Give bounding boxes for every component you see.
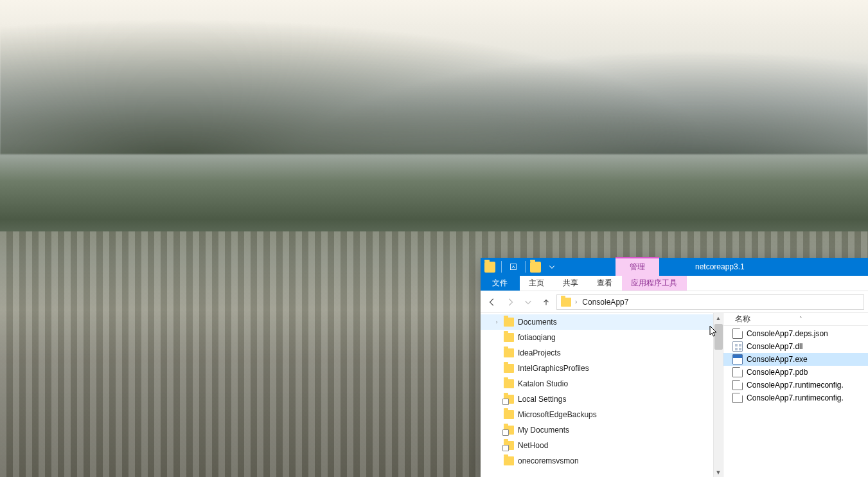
quick-access-toolbar xyxy=(481,260,559,274)
tree-item-label: MicrosoftEdgeBackups xyxy=(518,410,597,419)
dll-file-icon xyxy=(732,341,743,352)
file-name: ConsoleApp7.dll xyxy=(747,342,802,351)
separator xyxy=(501,261,502,273)
folder-icon xyxy=(504,379,514,388)
title-bar[interactable]: 管理 netcoreapp3.1 xyxy=(481,258,868,276)
tree-item-label: fotiaoqiang xyxy=(518,333,556,342)
breadcrumb-text: ConsoleApp7 xyxy=(582,298,628,307)
column-header-name[interactable]: 名称 ˄ xyxy=(723,313,868,326)
exe-file-icon xyxy=(732,354,743,364)
manage-context-tab[interactable]: 管理 xyxy=(616,258,659,276)
tree-item[interactable]: Katalon Studio xyxy=(481,376,723,392)
chevron-right-icon: › xyxy=(574,298,578,305)
tree-item[interactable]: Local Settings xyxy=(481,392,723,407)
recent-locations-dropdown[interactable] xyxy=(520,294,536,310)
folder-shortcut-icon xyxy=(504,395,514,404)
chevron-right-icon[interactable]: › xyxy=(493,319,500,325)
wallpaper-mountains xyxy=(0,13,868,154)
tree-item[interactable]: ›Documents xyxy=(481,314,723,330)
scroll-up-icon[interactable]: ▲ xyxy=(714,313,723,323)
tree-item-label: Local Settings xyxy=(518,395,566,404)
tab-home[interactable]: 主页 xyxy=(520,276,554,291)
sort-indicator-icon: ˄ xyxy=(799,316,802,322)
tree-item[interactable]: My Documents xyxy=(481,422,723,438)
chevron-right-icon: › xyxy=(581,308,585,310)
tab-file[interactable]: 文件 xyxy=(481,276,520,291)
file-row[interactable]: ConsoleApp7.runtimeconfig. xyxy=(723,392,868,404)
tree-item[interactable]: MicrosoftEdgeBackups xyxy=(481,407,723,422)
cfg-file-icon xyxy=(732,393,743,403)
svg-rect-0 xyxy=(511,264,517,270)
json-file-icon xyxy=(732,328,743,339)
scroll-down-icon[interactable]: ▼ xyxy=(714,467,723,477)
tree-item-label: IntelGraphicsProfiles xyxy=(518,364,589,373)
folder-icon xyxy=(504,456,514,465)
file-name: ConsoleApp7.exe xyxy=(747,355,808,364)
tree-scrollbar[interactable]: ▲ ▼ xyxy=(713,313,723,477)
address-folder-icon xyxy=(561,298,571,307)
tree-item-label: NetHood xyxy=(518,441,548,450)
navigation-bar: › whuanle›source›repos›ConsoleApp7›Conso… xyxy=(481,291,868,313)
breadcrumb-segment[interactable]: ConsoleApp7 xyxy=(581,298,630,307)
tree-item[interactable]: onecoremsvsmon xyxy=(481,453,723,469)
scroll-thumb[interactable] xyxy=(714,324,723,350)
file-row[interactable]: ConsoleApp7.deps.json xyxy=(723,327,868,340)
tab-view[interactable]: 查看 xyxy=(588,276,622,291)
manage-label: 管理 xyxy=(630,262,645,273)
ribbon-tabs: 文件 主页 共享 查看 应用程序工具 xyxy=(481,276,868,291)
tab-view-label: 查看 xyxy=(597,278,612,289)
forward-button[interactable] xyxy=(502,294,518,310)
navigation-tree[interactable]: ›DocumentsfotiaoqiangIdeaProjectsIntelGr… xyxy=(481,313,723,477)
file-name: ConsoleApp7.deps.json xyxy=(747,329,828,338)
tab-app-tools-label: 应用程序工具 xyxy=(631,278,677,289)
pdb-file-icon xyxy=(732,367,743,377)
address-bar[interactable]: › whuanle›source›repos›ConsoleApp7›Conso… xyxy=(556,294,864,310)
tab-app-tools[interactable]: 应用程序工具 xyxy=(622,276,687,291)
chevron-right-icon: › xyxy=(581,294,585,297)
folder-icon xyxy=(504,333,514,342)
column-header-name-label: 名称 xyxy=(735,314,750,325)
back-button[interactable] xyxy=(484,294,500,310)
breadcrumb: whuanle›source›repos›ConsoleApp7›Console… xyxy=(581,294,630,310)
tree-item[interactable]: IntelGraphicsProfiles xyxy=(481,361,723,376)
cfg-file-icon xyxy=(732,380,743,390)
folder-icon xyxy=(504,410,514,419)
file-row[interactable]: ConsoleApp7.pdb xyxy=(723,366,868,379)
tab-file-label: 文件 xyxy=(492,278,508,289)
tree-item[interactable]: fotiaoqiang xyxy=(481,330,723,345)
tab-share[interactable]: 共享 xyxy=(554,276,588,291)
file-name: ConsoleApp7.runtimeconfig. xyxy=(747,393,844,402)
file-name: ConsoleApp7.runtimeconfig. xyxy=(747,381,844,390)
file-explorer-window: 管理 netcoreapp3.1 文件 主页 共享 查看 应用程序工具 › wh… xyxy=(481,258,868,477)
file-row[interactable]: ConsoleApp7.runtimeconfig. xyxy=(723,379,868,392)
folder-icon xyxy=(504,318,514,327)
folder-icon xyxy=(484,262,495,273)
folder-shortcut-icon xyxy=(504,441,514,450)
tree-item-label: Documents xyxy=(518,318,557,327)
tree-item[interactable]: NetHood xyxy=(481,438,723,453)
explorer-body: ›DocumentsfotiaoqiangIdeaProjectsIntelGr… xyxy=(481,313,868,477)
tree-item-label: Katalon Studio xyxy=(518,379,568,388)
properties-icon[interactable] xyxy=(506,260,520,274)
up-button[interactable] xyxy=(538,294,554,310)
file-list[interactable]: 名称 ˄ ConsoleApp7.deps.jsonConsoleApp7.dl… xyxy=(723,313,868,477)
folder-icon xyxy=(504,364,514,373)
tab-home-label: 主页 xyxy=(529,278,544,289)
file-name: ConsoleApp7.pdb xyxy=(747,368,808,377)
window-title-text: netcoreapp3.1 xyxy=(695,262,745,271)
file-row[interactable]: ConsoleApp7.exe xyxy=(723,353,868,366)
tree-item-label: onecoremsvsmon xyxy=(518,456,579,465)
folder-icon xyxy=(504,348,514,357)
tree-item-label: My Documents xyxy=(518,426,569,435)
separator xyxy=(525,261,526,273)
tree-item-label: IdeaProjects xyxy=(518,348,561,357)
file-row[interactable]: ConsoleApp7.dll xyxy=(723,340,868,353)
tab-share-label: 共享 xyxy=(563,278,578,289)
tree-item[interactable]: IdeaProjects xyxy=(481,345,723,361)
qat-dropdown-icon[interactable] xyxy=(545,260,559,274)
window-title: netcoreapp3.1 xyxy=(690,258,745,276)
new-folder-icon[interactable] xyxy=(530,262,541,273)
folder-shortcut-icon xyxy=(504,426,514,435)
